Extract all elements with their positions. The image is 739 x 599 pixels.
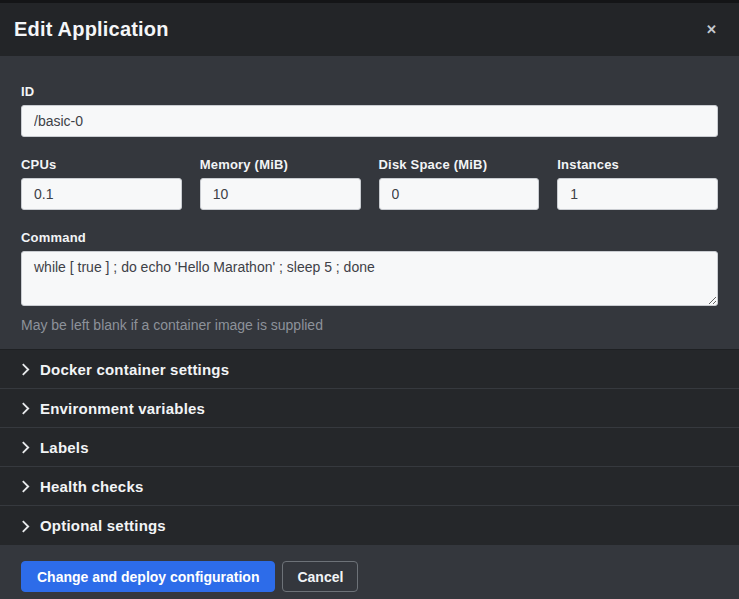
command-field-group: Command while [ true ] ; do echo 'Hello … bbox=[21, 230, 718, 333]
close-icon[interactable]: ✕ bbox=[700, 19, 723, 40]
collapsible-sections: Docker container settings Environment va… bbox=[0, 349, 739, 545]
chevron-right-icon bbox=[21, 480, 30, 493]
instances-label: Instances bbox=[557, 157, 718, 172]
section-docker-container-settings[interactable]: Docker container settings bbox=[0, 350, 739, 389]
disk-label: Disk Space (MiB) bbox=[379, 157, 540, 172]
section-label: Optional settings bbox=[40, 517, 166, 534]
section-label: Labels bbox=[40, 439, 89, 456]
chevron-right-icon bbox=[21, 441, 30, 454]
disk-input[interactable] bbox=[379, 178, 540, 210]
section-label: Docker container settings bbox=[40, 361, 229, 378]
memory-label: Memory (MiB) bbox=[200, 157, 361, 172]
cpus-field-group: CPUs bbox=[21, 157, 182, 210]
memory-input[interactable] bbox=[200, 178, 361, 210]
resources-row: CPUs Memory (MiB) Disk Space (MiB) Insta… bbox=[21, 157, 718, 210]
chevron-right-icon bbox=[21, 363, 30, 376]
disk-field-group: Disk Space (MiB) bbox=[379, 157, 540, 210]
section-labels[interactable]: Labels bbox=[0, 428, 739, 467]
edit-application-form: ID CPUs Memory (MiB) Disk Space (MiB) In… bbox=[0, 56, 739, 349]
id-field-group: ID bbox=[21, 84, 718, 137]
modal-title: Edit Application bbox=[14, 18, 169, 41]
command-label: Command bbox=[21, 230, 718, 245]
instances-input[interactable] bbox=[557, 178, 718, 210]
command-input[interactable]: while [ true ] ; do echo 'Hello Marathon… bbox=[21, 251, 718, 306]
modal-header: Edit Application ✕ bbox=[0, 3, 739, 56]
instances-field-group: Instances bbox=[557, 157, 718, 210]
memory-field-group: Memory (MiB) bbox=[200, 157, 361, 210]
change-and-deploy-button[interactable]: Change and deploy configuration bbox=[21, 561, 275, 592]
section-label: Environment variables bbox=[40, 400, 205, 417]
section-optional-settings[interactable]: Optional settings bbox=[0, 506, 739, 545]
command-help-text: May be left blank if a container image i… bbox=[21, 317, 718, 333]
chevron-right-icon bbox=[21, 402, 30, 415]
id-input[interactable] bbox=[21, 105, 718, 137]
id-label: ID bbox=[21, 84, 718, 99]
section-health-checks[interactable]: Health checks bbox=[0, 467, 739, 506]
section-environment-variables[interactable]: Environment variables bbox=[0, 389, 739, 428]
modal-footer: Change and deploy configuration Cancel bbox=[0, 545, 739, 599]
edit-application-modal: Edit Application ✕ ID CPUs Memory (MiB) … bbox=[0, 0, 739, 599]
cancel-button[interactable]: Cancel bbox=[282, 561, 358, 592]
section-label: Health checks bbox=[40, 478, 143, 495]
chevron-right-icon bbox=[21, 520, 30, 533]
cpus-label: CPUs bbox=[21, 157, 182, 172]
cpus-input[interactable] bbox=[21, 178, 182, 210]
